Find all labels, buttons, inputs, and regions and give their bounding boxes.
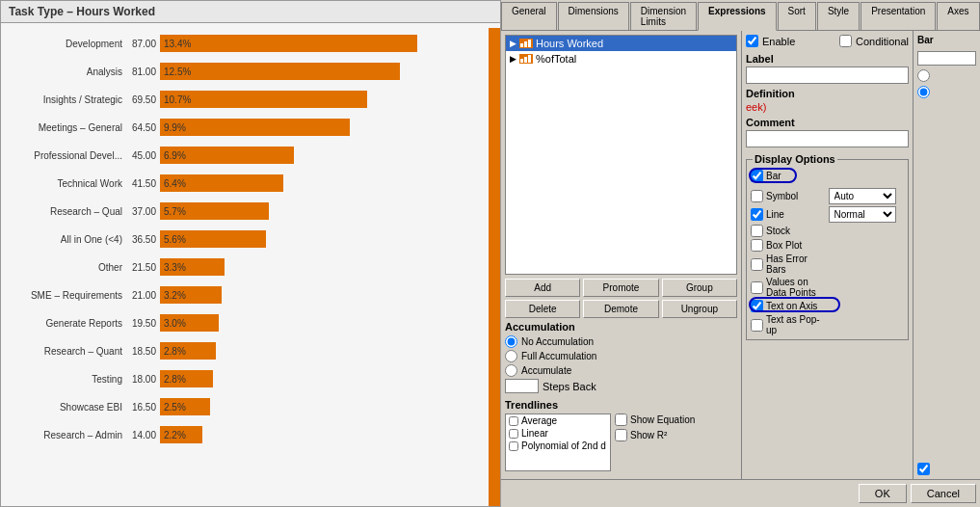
ok-button[interactable]: OK xyxy=(859,484,907,503)
demote-button[interactable]: Demote xyxy=(583,300,658,318)
text-on-axis-label: Text on Axis xyxy=(766,301,817,311)
bar-track: 3.0% xyxy=(160,314,490,332)
line-option[interactable]: Line xyxy=(751,206,827,223)
trend-check-checkbox[interactable] xyxy=(615,414,627,426)
trend-item[interactable]: Polynomial of 2nd d xyxy=(506,440,610,452)
ungroup-button[interactable]: Ungroup xyxy=(662,300,737,318)
comment-field-input[interactable] xyxy=(746,130,909,147)
tabs: GeneralDimensionsDimension LimitsExpress… xyxy=(501,0,980,31)
box-plot-option[interactable]: Box Plot xyxy=(751,239,827,252)
trend-checkbox[interactable] xyxy=(509,441,518,451)
bar-value: 21.50 xyxy=(126,262,160,273)
symbol-checkbox[interactable] xyxy=(751,190,763,202)
accumulate-radio[interactable] xyxy=(505,364,517,377)
stock-option[interactable]: Stock xyxy=(751,225,827,237)
definition-value: eek) xyxy=(746,101,909,113)
expression-list[interactable]: ▶Hours Worked▶%ofTotal xyxy=(505,35,737,275)
text-as-popup-checkbox[interactable] xyxy=(751,319,763,332)
text-as-popup-option[interactable]: Text as Pop-up xyxy=(751,314,827,335)
trend-item[interactable]: Average xyxy=(506,414,610,427)
stock-label: Stock xyxy=(766,226,790,236)
group-button[interactable]: Group xyxy=(662,279,737,297)
expr-item-pct-total[interactable]: ▶%ofTotal xyxy=(506,51,736,67)
bar-pct: 3.2% xyxy=(164,290,186,301)
bar-option[interactable]: Bar xyxy=(751,170,781,182)
no-accumulation-radio[interactable] xyxy=(505,335,517,348)
bar-row: Research – Admin14.002.2% xyxy=(1,422,490,447)
trend-label: Polynomial of 2nd d xyxy=(521,440,606,451)
has-error-bars-checkbox[interactable] xyxy=(751,258,763,271)
label-field-input[interactable]: Hours Worked xyxy=(746,67,909,84)
promote-button[interactable]: Promote xyxy=(583,279,658,297)
bar-row: Professional Devel...45.006.9% xyxy=(1,143,490,168)
right-col: Enable Conditional Label Hours Worked De… xyxy=(742,31,913,479)
delete-button[interactable]: Delete xyxy=(505,300,580,318)
bar-track: 9.9% xyxy=(160,119,490,136)
symbol-label: Symbol xyxy=(766,191,798,201)
conditional-checkbox-label[interactable]: Conditional xyxy=(839,35,909,47)
line-select[interactable]: Normal xyxy=(829,206,896,223)
far-right-checkbox[interactable] xyxy=(917,463,930,475)
bar-label: Testing xyxy=(1,374,126,385)
bar-label: All in One (<4) xyxy=(1,234,126,245)
values-on-data-points-option[interactable]: Values on Data Points xyxy=(751,277,827,298)
far-right-bar-label: Bar xyxy=(917,35,976,45)
trend-check-item[interactable]: Show R² xyxy=(615,429,695,441)
trend-check-label: Show R² xyxy=(630,430,667,440)
bar-row: Analysis81.0012.5% xyxy=(1,59,490,84)
text-on-axis-checkbox[interactable] xyxy=(751,300,763,312)
bar-checkbox[interactable] xyxy=(751,170,763,182)
bar-row: Testing18.002.8% xyxy=(1,366,490,391)
far-right-radio2[interactable] xyxy=(917,86,976,98)
bar-label: Bar xyxy=(766,171,781,181)
conditional-checkbox[interactable] xyxy=(839,35,852,47)
text-on-axis-option[interactable]: Text on Axis xyxy=(751,300,817,312)
bar-fill: 6.4% xyxy=(160,174,283,192)
cancel-button[interactable]: Cancel xyxy=(911,484,976,503)
tab-sort[interactable]: Sort xyxy=(778,2,816,30)
full-accumulation-radio[interactable] xyxy=(505,350,517,362)
line-checkbox[interactable] xyxy=(751,208,763,221)
trend-check-item[interactable]: Show Equation xyxy=(615,414,695,426)
tab-presentation[interactable]: Presentation xyxy=(861,2,936,30)
accumulate-option[interactable]: Accumulate xyxy=(505,364,737,377)
add-button[interactable]: Add xyxy=(505,279,580,297)
trend-check-checkbox[interactable] xyxy=(615,429,627,441)
has-error-bars-option[interactable]: Has Error Bars xyxy=(751,254,827,275)
bar-value: 87.00 xyxy=(126,39,160,49)
bar-pct: 2.8% xyxy=(164,346,186,357)
trend-item[interactable]: Linear xyxy=(506,427,610,440)
tab-expressions[interactable]: Expressions xyxy=(698,2,776,31)
tab-style[interactable]: Style xyxy=(817,2,860,30)
trend-list[interactable]: AverageLinearPolynomial of 2nd d xyxy=(505,414,611,471)
full-accumulation-option[interactable]: Full Accumulation xyxy=(505,350,737,362)
steps-input[interactable]: 10 xyxy=(505,379,539,393)
conditional-label: Conditional xyxy=(856,36,909,47)
bar-pct: 13.4% xyxy=(164,39,191,49)
bar-row: Technical Work41.506.4% xyxy=(1,171,490,196)
tab-general[interactable]: General xyxy=(501,2,557,30)
tab-dimension-limits[interactable]: Dimension Limits xyxy=(630,2,697,30)
box-plot-checkbox[interactable] xyxy=(751,239,763,252)
trend-checkbox[interactable] xyxy=(509,429,518,439)
chart-bar-icon xyxy=(519,39,533,48)
values-on-data-points-checkbox[interactable] xyxy=(751,281,763,294)
no-accumulation-option[interactable]: No Accumulation xyxy=(505,335,737,348)
display-options-grid: Symbol Auto Line Normal Stock xyxy=(751,188,904,335)
far-right-radio1[interactable] xyxy=(917,69,976,82)
enable-checkbox[interactable] xyxy=(746,35,758,47)
trend-checkbox[interactable] xyxy=(509,416,518,426)
tab-dimensions[interactable]: Dimensions xyxy=(558,2,629,30)
bar-fill: 3.0% xyxy=(160,314,219,332)
far-right-check[interactable] xyxy=(917,463,976,475)
enable-checkbox-label[interactable]: Enable xyxy=(746,35,795,47)
stock-checkbox[interactable] xyxy=(751,225,763,237)
symbol-option[interactable]: Symbol xyxy=(751,188,827,204)
far-right-bar-input[interactable]: 0 p xyxy=(917,51,976,66)
tab-axes[interactable]: Axes xyxy=(937,2,979,30)
symbol-select[interactable]: Auto xyxy=(829,188,896,204)
bar-fill: 2.2% xyxy=(160,426,202,443)
chart-panel: Task Type – Hours Worked Development87.0… xyxy=(0,0,501,507)
bar-label: SME – Requirements xyxy=(1,290,126,301)
expr-item-hours-worked[interactable]: ▶Hours Worked xyxy=(506,36,736,51)
